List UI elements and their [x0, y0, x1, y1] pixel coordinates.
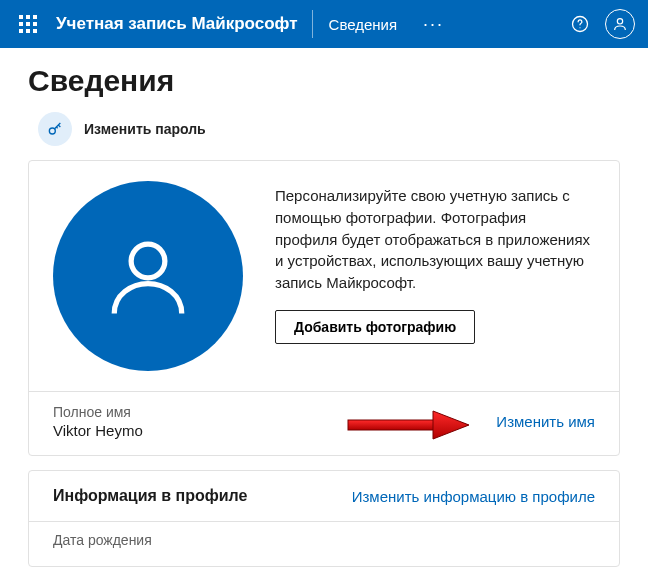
- svg-point-2: [617, 19, 622, 24]
- dob-label: Дата рождения: [53, 532, 595, 548]
- key-icon: [38, 112, 72, 146]
- svg-point-1: [579, 27, 580, 28]
- edit-name-link[interactable]: Изменить имя: [496, 413, 595, 430]
- edit-profile-info-link[interactable]: Изменить информацию в профиле: [352, 488, 595, 505]
- full-name-value: Viktor Heymo: [53, 422, 496, 439]
- page-title: Сведения: [28, 64, 620, 98]
- app-launcher-icon[interactable]: [8, 4, 48, 44]
- change-password-link[interactable]: Изменить пароль: [84, 121, 206, 137]
- change-password-row: Изменить пароль: [28, 112, 620, 146]
- svg-point-4: [131, 244, 165, 278]
- profile-avatar: [53, 181, 243, 371]
- add-photo-button[interactable]: Добавить фотографию: [275, 310, 475, 344]
- nav-item-info[interactable]: Сведения: [313, 16, 414, 33]
- profile-card: Персонализируйте свою учетную запись с п…: [28, 160, 620, 456]
- full-name-row: Полное имя Viktor Heymo Изменить имя: [29, 392, 619, 455]
- full-name-label: Полное имя: [53, 404, 496, 420]
- brand-title[interactable]: Учетная запись Майкрософт: [48, 14, 312, 34]
- app-header: Учетная запись Майкрософт Сведения ···: [0, 0, 648, 48]
- profile-info-card: Информация в профиле Изменить информацию…: [28, 470, 620, 567]
- profile-info-title: Информация в профиле: [53, 487, 352, 505]
- more-menu-icon[interactable]: ···: [413, 14, 454, 35]
- user-avatar-icon[interactable]: [602, 6, 638, 42]
- profile-description-block: Персонализируйте свою учетную запись с п…: [275, 181, 591, 344]
- profile-description-text: Персонализируйте свою учетную запись с п…: [275, 185, 591, 294]
- help-icon[interactable]: [562, 6, 598, 42]
- page-content: Сведения Изменить пароль Персонализируйт…: [0, 48, 648, 567]
